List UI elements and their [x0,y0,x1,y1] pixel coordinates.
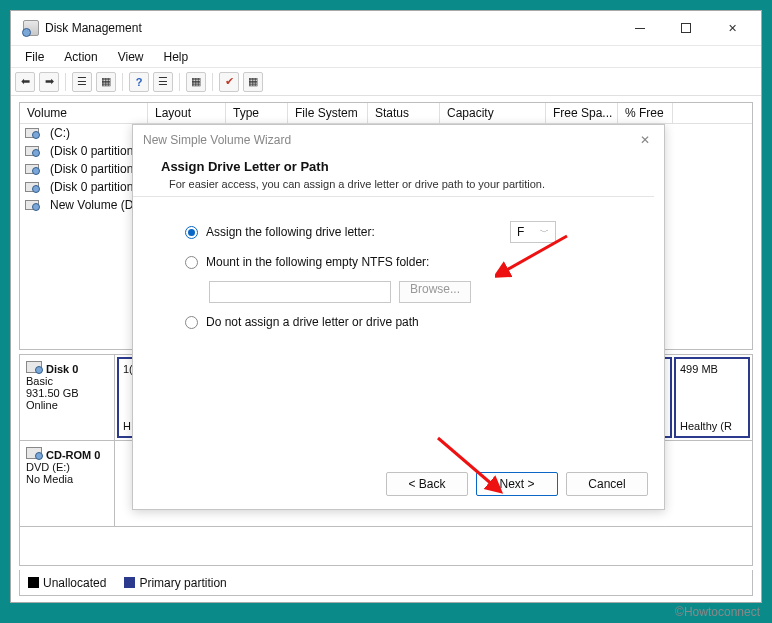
option-no-assign[interactable]: Do not assign a drive letter or drive pa… [185,315,636,329]
next-button[interactable]: Next > [476,472,558,496]
col-spacer [673,103,752,123]
new-simple-volume-wizard: New Simple Volume Wizard ✕ Assign Drive … [132,124,665,510]
label-none: Do not assign a drive letter or drive pa… [206,315,419,329]
disk-icon [26,447,42,459]
volume-icon [25,128,39,138]
col-type[interactable]: Type [226,103,288,123]
legend-unallocated: Unallocated [43,576,106,590]
toolbar-btn-3[interactable]: ☰ [153,72,173,92]
wizard-title: New Simple Volume Wizard [143,133,291,147]
minimize-button[interactable] [617,13,663,43]
radio-none[interactable] [185,316,198,329]
disk-side: CD-ROM 0 DVD (E:)No Media [20,441,115,526]
volume-icon [25,182,39,192]
close-button[interactable] [709,13,755,43]
wizard-footer: < Back Next > Cancel [133,459,664,509]
col-fs[interactable]: File System [288,103,368,123]
column-headers: Volume Layout Type File System Status Ca… [20,103,752,124]
col-layout[interactable]: Layout [148,103,226,123]
label-assign: Assign the following drive letter: [206,225,375,239]
chevron-down-icon: ﹀ [540,226,549,239]
partition[interactable]: 499 MBHealthy (R [674,357,750,438]
wizard-heading: Assign Drive Letter or Path [161,159,636,174]
swatch-primary [124,577,135,588]
wizard-close-icon[interactable]: ✕ [636,131,654,149]
col-freespace[interactable]: Free Spa... [546,103,618,123]
cancel-button[interactable]: Cancel [566,472,648,496]
col-capacity[interactable]: Capacity [440,103,546,123]
legend: Unallocated Primary partition [19,570,753,596]
legend-primary: Primary partition [139,576,226,590]
toolbar-btn-5[interactable]: ✔ [219,72,239,92]
drive-letter-value: F [517,225,524,239]
disk-side: Disk 0 Basic931.50 GBOnline [20,355,115,440]
col-pctfree[interactable]: % Free [618,103,673,123]
window-title: Disk Management [45,21,142,35]
swatch-unallocated [28,577,39,588]
forward-button[interactable]: ➡ [39,72,59,92]
drive-letter-select[interactable]: F ﹀ [510,221,556,243]
menu-action[interactable]: Action [54,48,107,66]
wizard-titlebar: New Simple Volume Wizard ✕ [133,125,664,155]
toolbar: ⬅ ➡ ☰ ▦ ? ☰ ▦ ✔ ▦ [11,68,761,96]
disk-icon [26,361,42,373]
radio-assign[interactable] [185,226,198,239]
app-icon [23,20,39,36]
copyright: ©Howtoconnect [675,605,760,619]
menubar: File Action View Help [11,46,761,68]
browse-button[interactable]: Browse... [399,281,471,303]
menu-file[interactable]: File [15,48,54,66]
toolbar-btn-1[interactable]: ☰ [72,72,92,92]
volume-icon [25,200,39,210]
volume-icon [25,146,39,156]
col-status[interactable]: Status [368,103,440,123]
col-volume[interactable]: Volume [20,103,148,123]
back-button[interactable]: ⬅ [15,72,35,92]
option-assign-letter[interactable]: Assign the following drive letter: F ﹀ [185,221,636,243]
toolbar-btn-6[interactable]: ▦ [243,72,263,92]
menu-view[interactable]: View [108,48,154,66]
label-mount: Mount in the following empty NTFS folder… [206,255,429,269]
maximize-button[interactable] [663,13,709,43]
menu-help[interactable]: Help [154,48,199,66]
mount-path-input[interactable] [209,281,391,303]
wizard-subtext: For easier access, you can assign a driv… [169,178,636,190]
volume-icon [25,164,39,174]
toolbar-btn-2[interactable]: ▦ [96,72,116,92]
titlebar: Disk Management [11,11,761,46]
back-button[interactable]: < Back [386,472,468,496]
option-mount-folder[interactable]: Mount in the following empty NTFS folder… [185,255,636,269]
toolbar-btn-4[interactable]: ▦ [186,72,206,92]
radio-mount[interactable] [185,256,198,269]
help-button[interactable]: ? [129,72,149,92]
